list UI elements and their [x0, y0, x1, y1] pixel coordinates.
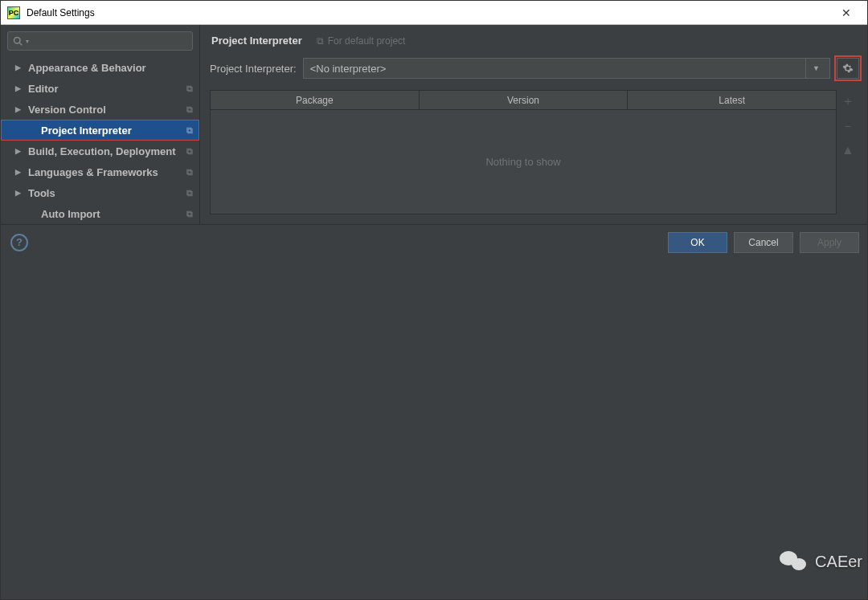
svg-point-0: [14, 38, 21, 44]
per-project-icon: ⧉: [186, 167, 193, 178]
interpreter-settings-button[interactable]: [837, 58, 859, 79]
scope-hint: ⧉ For default project: [317, 35, 406, 47]
chevron-down-icon: ▼: [805, 59, 823, 78]
watermark: CAEer: [780, 549, 862, 573]
upgrade-package-button[interactable]: ▲: [841, 143, 854, 157]
gear-icon: [842, 63, 854, 74]
sidebar-item-build-execution-deployment[interactable]: ▶ Build, Execution, Deployment ⧉: [1, 141, 199, 161]
sidebar-item-editor[interactable]: ▶ Editor ⧉: [1, 78, 199, 99]
interpreter-label: Project Interpreter:: [210, 63, 297, 75]
window-title: Default Settings: [27, 7, 830, 18]
content-panel: Project Interpreter ⧉ For default projec…: [200, 25, 868, 224]
expand-arrow-icon: ▶: [15, 147, 23, 155]
sidebar-item-languages-frameworks[interactable]: ▶ Languages & Frameworks ⧉: [1, 161, 199, 182]
sidebar: ▾ ▶ Appearance & Behavior ▶ Editor ⧉ ▶ V…: [1, 25, 200, 224]
search-icon: [13, 36, 23, 46]
table-empty-message: Nothing to show: [211, 110, 836, 214]
search-input[interactable]: ▾: [7, 31, 193, 51]
column-header-version[interactable]: Version: [420, 91, 628, 109]
per-project-icon: ⧉: [186, 125, 193, 136]
dialog-footer: ? OK Cancel Apply: [1, 224, 868, 259]
expand-arrow-icon: ▶: [15, 84, 23, 92]
expand-arrow-icon: ▶: [15, 189, 23, 197]
per-project-icon: ⧉: [186, 146, 193, 157]
titlebar: PC Default Settings ✕: [1, 1, 868, 25]
expand-arrow-icon: ▶: [15, 168, 23, 176]
apply-button[interactable]: Apply: [800, 232, 859, 253]
sidebar-item-tools[interactable]: ▶ Tools ⧉: [1, 182, 199, 203]
interpreter-dropdown[interactable]: <No interpreter> ▼: [303, 58, 830, 79]
per-project-icon: ⧉: [186, 209, 193, 219]
expand-arrow-icon: ▶: [15, 63, 23, 71]
per-project-icon: ⧉: [317, 35, 324, 47]
dropdown-caret-icon: ▾: [26, 38, 29, 45]
per-project-icon: ⧉: [186, 104, 193, 115]
column-header-package[interactable]: Package: [211, 91, 420, 109]
wechat-icon: [780, 549, 810, 573]
sidebar-item-auto-import[interactable]: ▶ Auto Import ⧉: [1, 203, 199, 224]
remove-package-button[interactable]: －: [841, 118, 854, 135]
page-title: Project Interpreter: [211, 35, 302, 47]
sidebar-item-version-control[interactable]: ▶ Version Control ⧉: [1, 99, 199, 120]
per-project-icon: ⧉: [186, 188, 193, 198]
sidebar-item-project-interpreter[interactable]: ▶ Project Interpreter ⧉: [1, 120, 199, 141]
sidebar-item-appearance-behavior[interactable]: ▶ Appearance & Behavior: [1, 57, 199, 78]
close-button[interactable]: ✕: [830, 2, 862, 24]
help-button[interactable]: ?: [10, 234, 28, 251]
settings-tree: ▶ Appearance & Behavior ▶ Editor ⧉ ▶ Ver…: [1, 57, 199, 224]
app-icon: PC: [7, 6, 20, 19]
column-header-latest[interactable]: Latest: [628, 91, 836, 109]
expand-arrow-icon: ▶: [15, 105, 23, 113]
per-project-icon: ⧉: [186, 84, 193, 94]
svg-line-1: [19, 43, 22, 45]
cancel-button[interactable]: Cancel: [734, 232, 793, 253]
package-table: Package Version Latest Nothing to show: [210, 90, 837, 214]
add-package-button[interactable]: ＋: [841, 93, 854, 110]
ok-button[interactable]: OK: [668, 232, 727, 253]
breadcrumb: Project Interpreter ⧉ For default projec…: [210, 35, 859, 47]
package-toolbar: ＋ － ▲: [837, 90, 859, 214]
interpreter-value: <No interpreter>: [310, 63, 387, 75]
